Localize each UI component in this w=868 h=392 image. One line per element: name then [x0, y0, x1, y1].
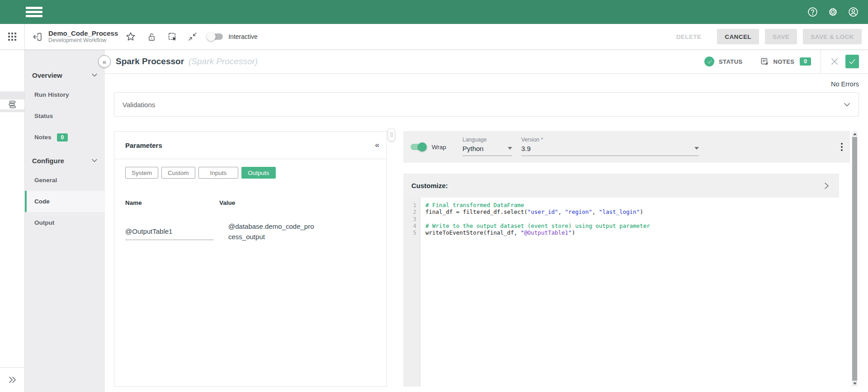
- code-line[interactable]: final_df = filtered_df.select("user_id",…: [425, 208, 850, 215]
- nav-item-run-history[interactable]: Run History: [25, 84, 105, 105]
- apps-grid-icon[interactable]: [8, 32, 17, 41]
- chevron-down-icon: [91, 73, 98, 77]
- topbar: [0, 0, 868, 24]
- save-button[interactable]: SAVE: [765, 29, 797, 44]
- line-number: 3: [403, 216, 420, 222]
- nav-section-overview[interactable]: Overview: [25, 66, 105, 84]
- code-line[interactable]: writeToEventStore(final_df, "@OutputTabl…: [425, 229, 850, 236]
- unlocked-icon[interactable]: [147, 32, 156, 42]
- rail-item-history[interactable]: [0, 112, 24, 133]
- validations-label: Validations: [123, 101, 155, 109]
- favorite-star-icon[interactable]: [125, 31, 136, 42]
- column-header-name: Name: [125, 199, 142, 206]
- nav-item-label: Run History: [34, 91, 69, 98]
- parameters-tabs: System Custom Inputs Outputs: [114, 159, 387, 179]
- notes-header-badge: 0: [800, 57, 811, 66]
- cancel-button[interactable]: CANCEL: [717, 29, 759, 44]
- interactive-toggle[interactable]: [208, 33, 223, 40]
- caret-down-icon: [694, 147, 699, 150]
- rail-item-preview[interactable]: [0, 50, 24, 71]
- code-editor[interactable]: 12345 # Final transformed DataFramefinal…: [403, 198, 850, 387]
- expand-rail-button[interactable]: [0, 367, 24, 392]
- scrollbar-thumb[interactable]: [852, 137, 857, 381]
- line-number: 1: [403, 202, 420, 208]
- nav-item-label: General: [34, 177, 57, 184]
- help-icon[interactable]: [807, 6, 818, 18]
- nav-section-label: Overview: [32, 71, 62, 79]
- workflow-title: Demo_Code_Process: [48, 29, 118, 37]
- code-line[interactable]: # Final transformed DataFrame: [425, 202, 850, 208]
- version-select[interactable]: Version * 3.9: [521, 137, 699, 156]
- nav-item-status[interactable]: Status: [25, 105, 105, 127]
- compress-icon[interactable]: [188, 32, 198, 42]
- notes-icon: [760, 57, 769, 66]
- more-options-icon[interactable]: [841, 143, 843, 151]
- language-value: Python: [462, 145, 484, 152]
- panel-resize-handle[interactable]: [388, 128, 395, 142]
- language-label: Language: [462, 137, 512, 143]
- collapse-back-button[interactable]: «: [98, 55, 111, 68]
- editor-scrollbar[interactable]: [852, 131, 858, 387]
- version-label: Version *: [521, 137, 699, 143]
- save-lock-button[interactable]: SAVE & LOCK: [803, 29, 862, 44]
- rail-item-edit[interactable]: [0, 71, 24, 91]
- wrap-toggle[interactable]: [410, 144, 426, 150]
- layers-icon: [0, 99, 25, 109]
- rail-item-monitor[interactable]: [0, 133, 24, 154]
- toggle-knob: [207, 32, 216, 41]
- menu-icon[interactable]: [26, 7, 42, 17]
- parameters-title: Parameters: [125, 142, 162, 149]
- nav-item-label: Status: [34, 113, 53, 119]
- chevron-down-icon: [844, 102, 850, 107]
- line-number: 5: [403, 229, 420, 236]
- toolbar-actions: DELETE CANCEL SAVE SAVE & LOCK: [672, 29, 862, 44]
- workflow-toolbar: Demo_Code_Process Development Workflow I…: [0, 24, 868, 50]
- editor-toolbar: Wrap Language Python Version * 3.9: [403, 131, 850, 163]
- wrap-label: Wrap: [432, 144, 446, 151]
- language-select[interactable]: Language Python: [462, 137, 512, 156]
- scroll-down-icon[interactable]: [852, 381, 858, 387]
- tab-inputs[interactable]: Inputs: [198, 167, 239, 179]
- nav-item-label: Notes: [34, 134, 52, 141]
- notes-label: NOTES: [774, 58, 795, 65]
- parameter-value: @database.demo_code_process_output: [228, 221, 315, 242]
- account-icon[interactable]: [848, 6, 859, 18]
- nav-item-output[interactable]: Output: [25, 212, 105, 233]
- parameter-name-input[interactable]: [125, 227, 214, 240]
- nav-section-configure[interactable]: Configure: [25, 151, 105, 170]
- delete-button[interactable]: DELETE: [672, 33, 706, 40]
- line-number: 2: [403, 208, 420, 215]
- nav-item-notes[interactable]: Notes 0: [25, 127, 105, 148]
- notes-count-badge: 0: [57, 133, 68, 142]
- code-line[interactable]: [425, 216, 850, 222]
- tab-outputs[interactable]: Outputs: [241, 167, 275, 179]
- tab-system[interactable]: System: [125, 167, 158, 179]
- caret-down-icon: [508, 147, 512, 150]
- workflow-subtitle: Development Workflow: [48, 37, 118, 43]
- collapse-panel-icon[interactable]: «: [375, 141, 379, 150]
- scroll-up-icon[interactable]: [852, 131, 858, 137]
- nav-item-general[interactable]: General: [25, 170, 105, 191]
- code-line[interactable]: # Write to the output dataset (event sto…: [425, 222, 850, 229]
- exit-workflow-icon[interactable]: [32, 31, 43, 43]
- close-icon[interactable]: [830, 57, 839, 66]
- confirm-check-button[interactable]: [845, 55, 859, 68]
- select-area-icon[interactable]: [167, 32, 178, 42]
- code-panels: Parameters « System Custom Inputs Output…: [114, 131, 861, 387]
- status-label: STATUS: [719, 58, 742, 65]
- nav-item-code[interactable]: Code: [25, 191, 105, 212]
- icon-rail: [0, 50, 25, 392]
- code-editor-panel: Wrap Language Python Version * 3.9 Custo…: [403, 131, 861, 387]
- processor-header-actions: STATUS NOTES 0: [704, 50, 868, 73]
- customize-accordion[interactable]: Customize:: [403, 174, 839, 198]
- nav-item-label: Code: [34, 198, 50, 205]
- tab-custom[interactable]: Custom: [161, 167, 195, 179]
- validations-accordion[interactable]: Validations: [114, 92, 859, 117]
- rail-item-datasets[interactable]: [0, 154, 24, 175]
- code-lines[interactable]: # Final transformed DataFramefinal_df = …: [421, 198, 850, 387]
- notes-button[interactable]: NOTES 0: [760, 57, 811, 66]
- status-button[interactable]: STATUS: [704, 57, 742, 66]
- nav-section-label: Configure: [32, 157, 64, 165]
- processor-title: Spark Processor: [116, 57, 184, 66]
- settings-gear-icon[interactable]: [827, 6, 839, 18]
